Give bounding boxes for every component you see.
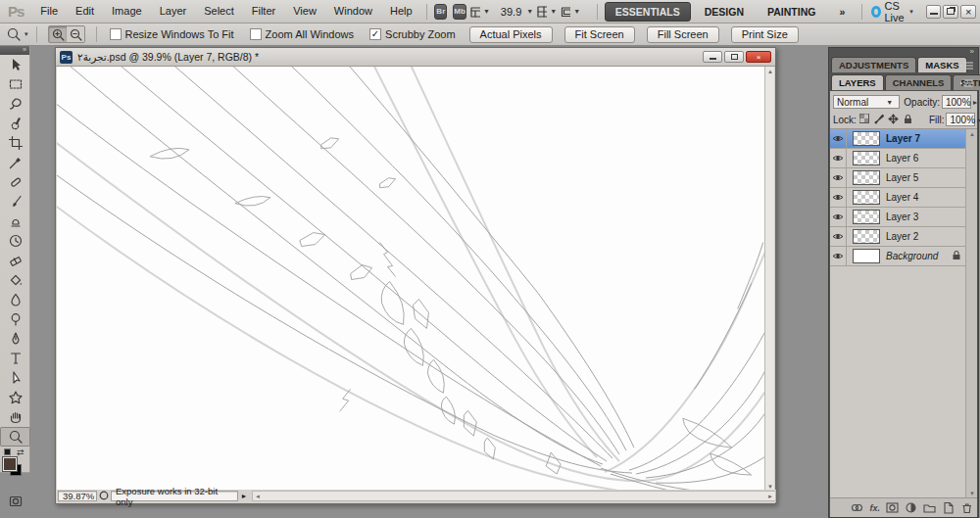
fit-screen-button[interactable]: Fit Screen xyxy=(564,26,635,43)
opacity-field[interactable]: 100% xyxy=(942,95,971,109)
lock-transparency-icon[interactable] xyxy=(859,114,869,125)
blend-mode-dropdown[interactable]: Normal ▼ xyxy=(833,95,900,109)
app-restore-button[interactable] xyxy=(943,5,958,19)
layer-thumbnail[interactable] xyxy=(853,151,880,165)
new-group-icon[interactable] xyxy=(923,501,936,514)
menu-help[interactable]: Help xyxy=(381,0,421,23)
zoom-in-button[interactable] xyxy=(49,26,67,42)
resize-windows-checkbox[interactable]: Resize Windows To Fit xyxy=(110,28,234,40)
lock-position-icon[interactable] xyxy=(888,114,899,126)
workspace-more-chevrons[interactable]: » xyxy=(829,3,855,21)
move-tool[interactable] xyxy=(0,55,30,74)
visibility-toggle[interactable] xyxy=(830,227,847,247)
doc-minimize-button[interactable] xyxy=(703,51,722,63)
layer-style-icon[interactable]: fx. xyxy=(869,503,880,513)
adjustment-layer-icon[interactable] xyxy=(905,501,917,514)
hand-tool[interactable] xyxy=(0,407,30,427)
view-extras-caret-icon[interactable]: ▼ xyxy=(483,8,490,15)
panel-menu-icon[interactable] xyxy=(959,77,975,88)
scroll-left-icon[interactable]: ◄ xyxy=(253,492,263,501)
opacity-flyout-icon[interactable]: ▸ xyxy=(973,98,977,107)
delete-layer-icon[interactable] xyxy=(960,501,973,514)
foreground-color-swatch[interactable] xyxy=(3,457,17,471)
dock-collapse-button[interactable]: » xyxy=(829,48,978,57)
brush-tool[interactable] xyxy=(0,192,30,212)
bridge-button[interactable]: Br xyxy=(434,4,447,20)
cs-live-button[interactable]: CS Live ▾ xyxy=(871,0,916,24)
layer-name[interactable]: Layer 4 xyxy=(886,192,918,203)
layer-thumbnail[interactable] xyxy=(853,190,880,205)
layer-row-background[interactable]: Background xyxy=(830,247,965,266)
menu-select[interactable]: Select xyxy=(195,0,243,23)
tools-panel-collapse[interactable]: » xyxy=(0,46,29,55)
visibility-toggle[interactable] xyxy=(830,188,847,208)
menu-window[interactable]: Window xyxy=(325,0,381,23)
tab-adjustments[interactable]: ADJUSTMENTS xyxy=(831,57,916,72)
layer-name[interactable]: Layer 5 xyxy=(886,172,918,183)
screen-mode-icon[interactable] xyxy=(560,5,570,19)
gradient-tool[interactable] xyxy=(0,270,30,290)
swap-colors-icon[interactable]: ⇄ xyxy=(17,447,24,457)
print-size-button[interactable]: Print Size xyxy=(731,26,799,43)
blur-tool[interactable] xyxy=(0,290,30,309)
menu-filter[interactable]: Filter xyxy=(243,0,284,23)
zoom-level-control[interactable]: 39.9 xyxy=(501,6,521,18)
zoom-percentage-field[interactable]: 39.87% xyxy=(58,491,97,501)
layer-row-layer3[interactable]: Layer 3 xyxy=(830,208,965,227)
fill-screen-button[interactable]: Fill Screen xyxy=(647,26,719,43)
layer-name[interactable]: Layer 6 xyxy=(886,153,918,164)
mini-bridge-button[interactable]: Mb xyxy=(453,4,466,20)
lasso-tool[interactable] xyxy=(0,94,30,114)
layer-row-layer2[interactable]: Layer 2 xyxy=(830,227,965,247)
workspace-painting[interactable]: PAINTING xyxy=(758,3,825,21)
fill-field[interactable]: 100% xyxy=(946,113,975,126)
workspace-design[interactable]: DESIGN xyxy=(695,3,754,21)
pen-tool[interactable] xyxy=(0,329,30,349)
layer-thumbnail[interactable] xyxy=(853,170,880,185)
doc-restore-button[interactable] xyxy=(724,51,744,63)
menu-layer[interactable]: Layer xyxy=(151,0,196,23)
path-selection-tool[interactable] xyxy=(0,368,30,388)
layer-thumbnail[interactable] xyxy=(853,131,880,146)
zoom-tool-preset-icon[interactable] xyxy=(6,26,22,42)
status-options-icon[interactable] xyxy=(97,491,111,502)
zoom-all-windows-checkbox[interactable]: Zoom All Windows xyxy=(250,28,354,40)
document-title-bar[interactable]: Ps تجربة٢.psd @ 39.9% (Layer 7, RGB/8) *… xyxy=(56,48,775,67)
new-layer-icon[interactable] xyxy=(942,501,955,514)
layer-row-layer5[interactable]: Layer 5 xyxy=(830,168,965,188)
menu-image[interactable]: Image xyxy=(103,0,151,23)
zoom-level-caret-icon[interactable]: ▼ xyxy=(526,8,533,15)
eyedropper-tool[interactable] xyxy=(0,153,30,172)
tool-preset-caret-icon[interactable]: ▾ xyxy=(24,30,28,38)
view-extras-icon[interactable] xyxy=(469,5,480,19)
dodge-tool[interactable] xyxy=(0,309,30,329)
menu-file[interactable]: File xyxy=(31,0,67,23)
zoom-tool[interactable] xyxy=(0,427,30,447)
clone-stamp-tool[interactable] xyxy=(0,212,30,231)
visibility-toggle[interactable] xyxy=(830,149,847,168)
panel-menu-icon[interactable] xyxy=(959,60,975,71)
lock-pixels-icon[interactable] xyxy=(873,114,884,126)
quick-selection-tool[interactable] xyxy=(0,114,30,133)
canvas[interactable] xyxy=(57,67,766,492)
tab-layers[interactable]: LAYERS xyxy=(831,74,884,90)
arrange-documents-caret-icon[interactable]: ▼ xyxy=(550,8,557,15)
menu-edit[interactable]: Edit xyxy=(67,0,103,23)
layer-row-layer7[interactable]: Layer 7 xyxy=(830,129,965,149)
layer-thumbnail[interactable] xyxy=(853,229,880,244)
layer-name[interactable]: Layer 7 xyxy=(886,133,920,144)
eraser-tool[interactable] xyxy=(0,251,30,270)
app-minimize-button[interactable] xyxy=(926,5,942,19)
scrubby-zoom-checkbox[interactable]: ✓ Scrubby Zoom xyxy=(369,28,456,40)
default-colors-icon[interactable] xyxy=(4,448,11,455)
healing-brush-tool[interactable] xyxy=(0,172,30,192)
layer-name[interactable]: Layer 3 xyxy=(886,212,918,222)
layer-name[interactable]: Background xyxy=(886,251,938,261)
scroll-right-icon[interactable]: ► xyxy=(765,492,775,501)
visibility-toggle[interactable] xyxy=(830,168,847,188)
layer-row-layer4[interactable]: Layer 4 xyxy=(830,188,965,208)
shape-tool[interactable] xyxy=(0,388,30,407)
history-brush-tool[interactable] xyxy=(0,231,30,251)
layers-scrollbar[interactable]: ▲ ▼ xyxy=(965,129,977,498)
horizontal-scrollbar[interactable]: ◄ ► xyxy=(252,491,776,501)
